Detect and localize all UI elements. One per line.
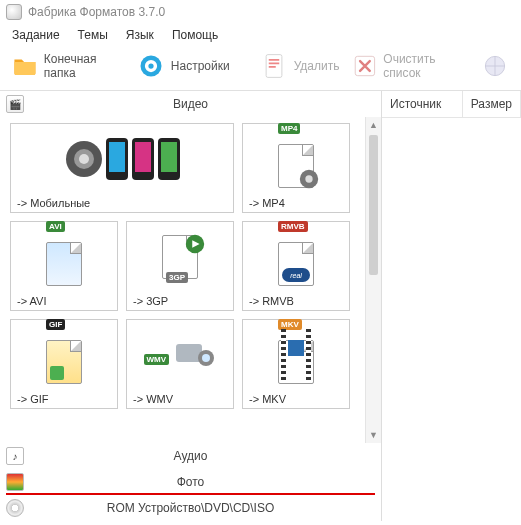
mp4-thumb: MP4	[243, 124, 349, 194]
video-scrollbar[interactable]: ▲ ▼	[365, 117, 381, 443]
svg-rect-19	[176, 344, 202, 362]
format-cell-mobile[interactable]: -> Мобильные	[10, 123, 234, 213]
menu-language[interactable]: Язык	[126, 28, 154, 42]
settings-label: Настройки	[171, 59, 230, 73]
photo-section-title: Фото	[177, 475, 205, 489]
rmvb-label: -> RMVB	[243, 292, 349, 310]
menu-help[interactable]: Помощь	[172, 28, 218, 42]
svg-point-17	[305, 175, 312, 182]
right-pane: Источник Размер	[382, 91, 521, 521]
svg-rect-15	[161, 142, 177, 172]
right-pane-header: Источник Размер	[382, 91, 521, 118]
dest-folder-button[interactable]: Конечная папка	[6, 50, 131, 82]
real-logo: real	[282, 268, 310, 282]
mobile-thumb	[11, 124, 233, 194]
audio-section-header[interactable]: ♪ Аудио	[0, 443, 381, 469]
format-cell-gif[interactable]: GIF -> GIF	[10, 319, 118, 409]
svg-point-9	[79, 154, 89, 164]
delete-button[interactable]: Удалить	[254, 50, 346, 82]
mp4-label: -> MP4	[243, 194, 349, 212]
gif-thumb: GIF	[11, 320, 117, 390]
mp4-badge: MP4	[278, 123, 300, 134]
content-row: 🎬 Видео -> Мобиль	[0, 91, 521, 521]
globe-icon	[481, 52, 509, 80]
svg-rect-4	[268, 66, 275, 68]
gp3-badge: 3GP	[166, 272, 188, 283]
toolbar: Конечная папка Настройки Удалить Очистит…	[0, 48, 521, 91]
avi-label: -> AVI	[11, 292, 117, 310]
wmv-badge: WMV	[144, 354, 170, 365]
gif-label: -> GIF	[11, 390, 117, 408]
photo-section-header[interactable]: Фото	[0, 469, 381, 493]
video-section-icon: 🎬	[6, 95, 24, 113]
format-grid: -> Мобильные MP4 -> MP4	[10, 123, 359, 409]
rom-section-header[interactable]: ROM Устройство\DVD\CD\ISO	[0, 495, 381, 521]
gp3-label: -> 3GP	[127, 292, 233, 310]
rom-section-title: ROM Устройство\DVD\CD\ISO	[107, 501, 274, 515]
delete-file-icon	[260, 52, 288, 80]
app-title: Фабрика Форматов 3.7.0	[28, 5, 165, 19]
mkv-thumb: MKV	[243, 320, 349, 390]
settings-button[interactable]: Настройки	[131, 50, 236, 82]
clear-list-button[interactable]: Очистить список	[346, 50, 476, 82]
svg-rect-3	[268, 63, 279, 65]
dest-folder-label: Конечная папка	[44, 52, 125, 80]
gif-badge: GIF	[46, 319, 65, 330]
video-area: -> Мобильные MP4 -> MP4	[0, 117, 381, 443]
format-cell-3gp[interactable]: 3GP -> 3GP	[126, 221, 234, 311]
video-section-header[interactable]: 🎬 Видео	[0, 91, 381, 117]
format-cell-mkv[interactable]: MKV -> MKV	[242, 319, 350, 409]
extra-button[interactable]	[475, 50, 515, 82]
clear-list-label: Очистить список	[383, 52, 469, 80]
format-grid-wrap: -> Мобильные MP4 -> MP4	[0, 117, 365, 443]
col-size[interactable]: Размер	[463, 91, 521, 117]
menu-themes[interactable]: Темы	[78, 28, 108, 42]
scroll-thumb[interactable]	[369, 135, 378, 275]
col-source[interactable]: Источник	[382, 91, 463, 117]
audio-section-title: Аудио	[174, 449, 208, 463]
photo-section-icon	[6, 473, 24, 491]
svg-rect-2	[268, 59, 279, 61]
rom-section-icon	[6, 499, 24, 517]
left-pane: 🎬 Видео -> Мобиль	[0, 91, 382, 521]
wmv-label: -> WMV	[127, 390, 233, 408]
svg-rect-13	[135, 142, 151, 172]
delete-label: Удалить	[294, 59, 340, 73]
format-cell-avi[interactable]: AVI -> AVI	[10, 221, 118, 311]
mkv-label: -> MKV	[243, 390, 349, 408]
audio-section-icon: ♪	[6, 447, 24, 465]
avi-thumb: AVI	[11, 222, 117, 292]
svg-point-21	[202, 354, 210, 362]
mobile-label: -> Мобильные	[11, 194, 233, 212]
avi-badge: AVI	[46, 221, 65, 232]
scroll-up-icon[interactable]: ▲	[366, 117, 381, 133]
gear-icon	[137, 52, 165, 80]
app-icon	[6, 4, 22, 20]
svg-rect-11	[109, 142, 125, 172]
menubar: Задание Темы Язык Помощь	[0, 24, 521, 48]
clear-list-icon	[352, 52, 378, 80]
format-cell-wmv[interactable]: WMV -> WMV	[126, 319, 234, 409]
rmvb-badge: RMVB	[278, 221, 308, 232]
gp3-thumb: 3GP	[127, 222, 233, 292]
rmvb-thumb: RMVB real	[243, 222, 349, 292]
folder-icon	[12, 52, 38, 80]
video-section-title: Видео	[173, 97, 208, 111]
menu-task[interactable]: Задание	[12, 28, 60, 42]
wmv-thumb: WMV	[127, 320, 233, 390]
format-cell-mp4[interactable]: MP4 -> MP4	[242, 123, 350, 213]
svg-point-0	[140, 56, 161, 77]
format-cell-rmvb[interactable]: RMVB real -> RMVB	[242, 221, 350, 311]
titlebar: Фабрика Форматов 3.7.0	[0, 0, 521, 24]
scroll-down-icon[interactable]: ▼	[366, 427, 381, 443]
